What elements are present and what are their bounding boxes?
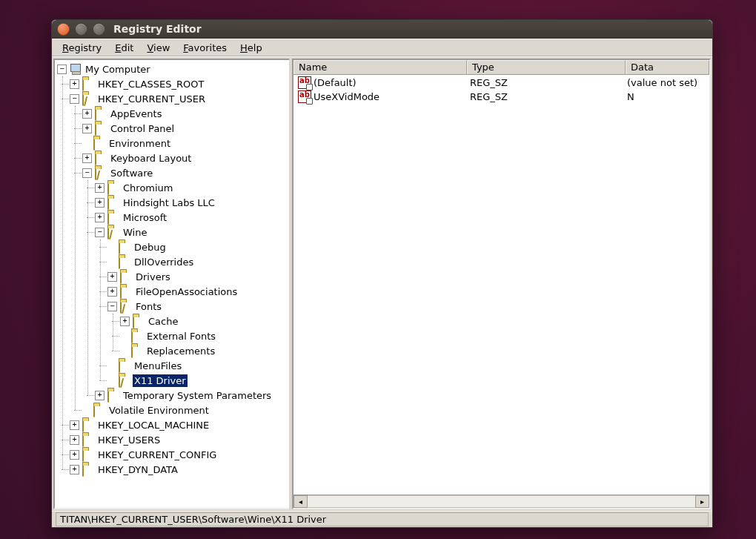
tree-item-label: External Fonts (145, 330, 217, 343)
column-name[interactable]: Name (294, 60, 467, 74)
expand-icon[interactable]: + (95, 198, 105, 208)
folder-open-icon (119, 375, 130, 386)
expand-icon[interactable]: + (70, 420, 79, 430)
value-name: UseXVidMode (314, 91, 379, 102)
titlebar[interactable]: Registry Editor (52, 20, 712, 39)
menu-favorites[interactable]: Favorites (177, 42, 233, 54)
folder-icon (93, 138, 105, 148)
folder-icon (82, 79, 94, 89)
list-row[interactable]: (Default) REG_SZ (value not set) (294, 76, 709, 90)
tree-hkcc[interactable]: +HKEY_CURRENT_CONFIG (70, 447, 289, 462)
menu-registry-rest: egistry (68, 42, 102, 53)
menu-edit[interactable]: Edit (109, 42, 139, 54)
expand-icon[interactable]: + (70, 465, 79, 474)
expand-icon[interactable]: + (82, 124, 92, 133)
tree-root[interactable]: − My Computer (57, 62, 289, 76)
column-data[interactable]: Data (626, 60, 709, 74)
expand-icon[interactable]: + (107, 272, 117, 282)
menu-help[interactable]: Help (234, 42, 268, 54)
expand-icon[interactable]: + (95, 213, 105, 222)
value-type: REG_SZ (465, 77, 623, 88)
tree-hku[interactable]: +HKEY_USERS (70, 432, 289, 447)
tree-x11driver[interactable]: X11 Driver (107, 373, 289, 388)
tree-item-label: Temporary System Parameters (122, 389, 273, 402)
list-row[interactable]: UseXVidMode REG_SZ N (294, 90, 709, 104)
folder-icon (119, 242, 130, 252)
tree-item-label: Keyboard Layout (109, 152, 193, 165)
registry-editor-window: Registry Editor Registry Edit View Favor… (51, 19, 713, 528)
tree-hindsight[interactable]: +Hindsight Labs LLC (95, 195, 289, 210)
tree-keyboardlayout[interactable]: +Keyboard Layout (82, 151, 289, 165)
collapse-icon[interactable]: − (82, 168, 92, 178)
expand-icon[interactable]: + (120, 317, 130, 326)
tree-fonts-external[interactable]: External Fonts (120, 328, 289, 343)
tree-pane[interactable]: − My Computer + HKEY_CLASSES_ROOT − (53, 59, 289, 509)
expand-icon[interactable]: + (95, 391, 105, 400)
expand-icon[interactable]: + (95, 183, 105, 193)
tree-controlpanel[interactable]: +Control Panel (82, 121, 289, 136)
tree-hklm[interactable]: +HKEY_LOCAL_MACHINE (70, 417, 289, 432)
tree-root-label: My Computer (84, 63, 152, 76)
tree-fileopen[interactable]: +FileOpenAssociations (107, 284, 289, 299)
expand-icon[interactable]: + (82, 109, 92, 119)
tree-hkcu[interactable]: − HKEY_CURRENT_USER (70, 91, 289, 106)
tree-item-label: Cache (147, 315, 179, 328)
folder-icon (107, 182, 119, 193)
folder-open-icon (95, 168, 107, 178)
menu-view[interactable]: View (141, 42, 176, 54)
close-icon[interactable] (57, 23, 70, 36)
tree-item-label: Volatile Environment (107, 404, 210, 417)
folder-icon (107, 212, 119, 222)
tree-microsoft[interactable]: +Microsoft (95, 210, 289, 225)
tree-hkdd[interactable]: +HKEY_DYN_DATA (70, 462, 289, 477)
tree-item-label: Chromium (122, 182, 175, 194)
tree-appevents[interactable]: +AppEvents (82, 106, 289, 121)
tree-fonts-replacements[interactable]: Replacements (120, 343, 289, 358)
expand-icon[interactable]: + (82, 153, 92, 163)
expand-icon[interactable]: + (70, 450, 79, 460)
tree-item-label: Fonts (134, 300, 163, 313)
menu-registry[interactable]: Registry (56, 42, 107, 54)
tree-fonts-cache[interactable]: +Cache (120, 314, 289, 328)
collapse-icon[interactable]: − (95, 228, 105, 237)
tree-volatile[interactable]: Volatile Environment (82, 403, 289, 417)
tree-dlloverrides[interactable]: DllOverrides (107, 254, 289, 269)
tree-chromium[interactable]: +Chromium (95, 180, 289, 195)
tree-item-label: MenuFiles (133, 360, 183, 372)
tree-software[interactable]: −Software (82, 165, 289, 180)
tree-item-label: Replacements (145, 345, 216, 357)
scroll-right-icon[interactable]: ▸ (695, 495, 709, 508)
collapse-icon[interactable]: − (57, 65, 67, 74)
tree-environment[interactable]: Environment (82, 136, 289, 151)
value-type: REG_SZ (465, 91, 623, 102)
menubar: Registry Edit View Favorites Help (52, 39, 712, 56)
tree-tempsys[interactable]: +Temporary System Parameters (95, 388, 289, 403)
tree-fonts[interactable]: −Fonts (107, 299, 289, 314)
collapse-icon[interactable]: − (70, 94, 79, 104)
folder-icon (107, 197, 119, 208)
expand-icon[interactable]: + (70, 79, 79, 89)
tree-menufiles[interactable]: MenuFiles (107, 358, 289, 373)
expand-icon[interactable]: + (70, 435, 79, 445)
statusbar-path: TITAN\HKEY_CURRENT_USER\Software\Wine\X1… (56, 512, 709, 526)
list-body[interactable]: (Default) REG_SZ (value not set) UseXVid… (294, 75, 709, 495)
tree-drivers[interactable]: +Drivers (107, 269, 289, 284)
value-data: (value not set) (623, 77, 709, 88)
folder-icon (120, 286, 132, 297)
scroll-left-icon[interactable]: ◂ (294, 495, 308, 508)
tree-item-label: Microsoft (122, 211, 168, 224)
tree-item-label: AppEvents (109, 108, 163, 120)
collapse-icon[interactable]: − (107, 302, 117, 311)
column-headers: Name Type Data (294, 60, 709, 75)
tree-hkcr[interactable]: + HKEY_CLASSES_ROOT (70, 76, 289, 91)
value-name: (Default) (314, 77, 357, 88)
minimize-icon[interactable] (75, 23, 87, 36)
string-value-icon (298, 90, 311, 103)
column-type[interactable]: Type (467, 60, 626, 74)
expand-icon[interactable]: + (107, 287, 117, 297)
horizontal-scrollbar[interactable]: ◂ ▸ (294, 495, 709, 508)
scroll-track[interactable] (308, 495, 695, 508)
tree-wine[interactable]: −Wine (95, 225, 289, 239)
tree-debug[interactable]: Debug (107, 239, 289, 254)
maximize-icon[interactable] (93, 23, 105, 36)
